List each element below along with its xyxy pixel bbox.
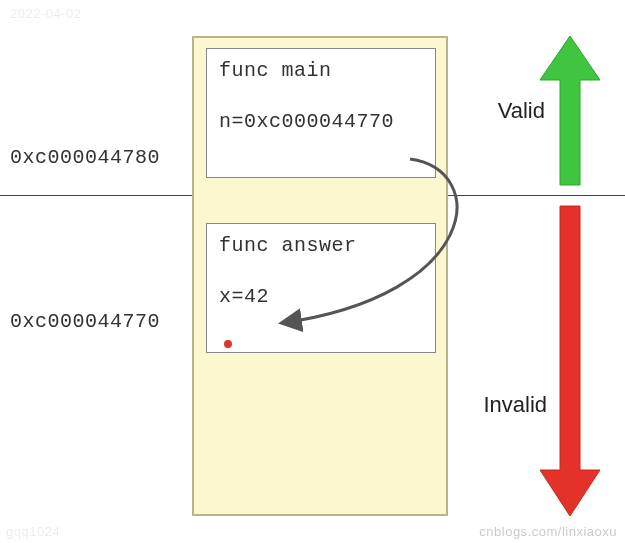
frame-main: func main n=0xc000044770 bbox=[206, 48, 436, 178]
diagram-canvas: 2022-04-02 gqq1024 cnblogs.com/linxiaoxu… bbox=[0, 0, 625, 543]
svg-marker-1 bbox=[540, 206, 600, 516]
watermark-bottom-left: gqq1024 bbox=[6, 524, 60, 539]
watermark-bottom-right: cnblogs.com/linxiaoxu bbox=[479, 524, 617, 539]
frame-answer-var: x=42 bbox=[219, 285, 423, 308]
red-dot-marker bbox=[224, 340, 232, 348]
address-label-answer: 0xc000044770 bbox=[10, 310, 160, 333]
stack-container: func main n=0xc000044770 func answer x=4… bbox=[192, 36, 448, 516]
frame-answer: func answer x=42 bbox=[206, 223, 436, 353]
invalid-arrow-icon bbox=[540, 206, 600, 516]
frame-main-fn: func main bbox=[219, 59, 423, 82]
address-label-main: 0xc000044780 bbox=[10, 146, 160, 169]
invalid-label: Invalid bbox=[483, 392, 547, 418]
frame-main-var: n=0xc000044770 bbox=[219, 110, 423, 133]
frame-answer-fn: func answer bbox=[219, 234, 423, 257]
svg-marker-0 bbox=[540, 36, 600, 185]
valid-label: Valid bbox=[498, 98, 545, 124]
watermark-top-left: 2022-04-02 bbox=[10, 6, 82, 21]
valid-arrow-icon bbox=[540, 36, 600, 185]
